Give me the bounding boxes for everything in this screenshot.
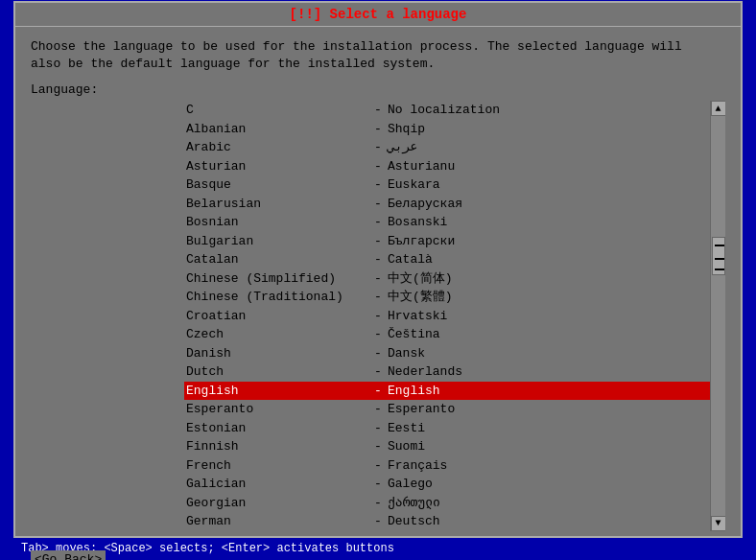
list-item[interactable]: Basque-Euskara — [184, 175, 710, 195]
lang-native: Български — [388, 232, 455, 251]
language-list[interactable]: C-No localizationAlbanian-ShqipArabic-عر… — [184, 101, 710, 531]
lang-name: French — [186, 456, 368, 476]
scroll-thumb[interactable] — [712, 237, 725, 275]
lang-name: Catalan — [186, 250, 368, 269]
lang-native: عربي — [388, 138, 417, 157]
list-item[interactable]: Bosnian-Bosanski — [184, 213, 710, 232]
lang-sep: - — [368, 157, 388, 176]
lang-name: Chinese (Traditional) — [186, 288, 368, 307]
lang-native: Čeština — [388, 325, 440, 344]
lang-native: Bosanski — [388, 213, 447, 232]
list-item[interactable]: Croatian-Hrvatski — [184, 307, 710, 326]
lang-native: ქართული — [388, 494, 440, 513]
lang-native: Nederlands — [388, 362, 462, 382]
list-item[interactable]: Czech-Čeština — [184, 325, 710, 344]
lang-name: Estonian — [186, 419, 368, 438]
lang-sep: - — [368, 101, 388, 120]
lang-native: Deutsch — [388, 512, 440, 531]
list-item[interactable]: Arabic-عربي — [184, 138, 710, 157]
lang-name: Asturian — [186, 157, 368, 176]
lang-name: Albanian — [186, 120, 368, 139]
list-item[interactable]: English-English — [184, 382, 710, 401]
list-item[interactable]: C-No localization — [184, 101, 710, 120]
lang-name: Chinese (Simplified) — [186, 269, 368, 289]
list-item[interactable]: Danish-Dansk — [184, 344, 710, 363]
list-item[interactable]: Finnish-Suomi — [184, 437, 710, 456]
list-item[interactable]: Catalan-Català — [184, 250, 710, 269]
lang-name: Arabic — [186, 138, 368, 157]
lang-sep: - — [368, 288, 388, 307]
list-scroll: C-No localizationAlbanian-ShqipArabic-عر… — [184, 101, 710, 531]
lang-name: Basque — [186, 175, 368, 195]
list-item[interactable]: Estonian-Eesti — [184, 419, 710, 438]
lang-name: Finnish — [186, 437, 368, 456]
scroll-track — [712, 117, 725, 515]
bottom-section: <Go Back> — [15, 543, 741, 560]
lang-sep: - — [368, 400, 388, 419]
lang-native: Esperanto — [388, 400, 455, 419]
lang-native: Shqip — [388, 120, 425, 139]
scroll-tick-1 — [715, 245, 724, 246]
lang-sep: - — [368, 512, 388, 531]
lang-native: No localization — [388, 101, 500, 120]
lang-name: German — [186, 512, 368, 531]
description-line2: also be the default language for the ins… — [31, 56, 725, 73]
scroll-up-arrow[interactable]: ▲ — [711, 101, 726, 116]
lang-sep: - — [368, 456, 388, 476]
lang-sep: - — [368, 138, 388, 157]
title-bar: [!!] Select a language — [15, 3, 741, 27]
go-back-button[interactable]: <Go Back> — [31, 550, 106, 560]
list-item[interactable]: Belarusian-Беларуская — [184, 195, 710, 214]
lang-native: Suomi — [388, 437, 425, 456]
lang-sep: - — [368, 120, 388, 139]
lang-native: Galego — [388, 475, 433, 494]
lang-sep: - — [368, 382, 388, 401]
lang-native: 中文(繁體) — [388, 288, 453, 307]
lang-name: Galician — [186, 475, 368, 494]
scroll-down-arrow[interactable]: ▼ — [711, 516, 726, 531]
lang-sep: - — [368, 437, 388, 456]
list-item[interactable]: Dutch-Nederlands — [184, 362, 710, 382]
scrollbar[interactable]: ▲ ▼ — [710, 101, 725, 531]
list-item[interactable]: Chinese (Traditional)-中文(繁體) — [184, 288, 710, 307]
lang-native: Français — [388, 456, 447, 476]
dialog: [!!] Select a language Choose the langua… — [13, 1, 743, 538]
list-item[interactable]: Georgian-ქართული — [184, 494, 710, 513]
lang-name: Dutch — [186, 362, 368, 382]
list-item[interactable]: Esperanto-Esperanto — [184, 400, 710, 419]
lang-name: Bulgarian — [186, 232, 368, 251]
lang-sep: - — [368, 269, 388, 289]
list-item[interactable]: Bulgarian-Български — [184, 232, 710, 251]
lang-native: Eesti — [388, 419, 425, 438]
lang-name: Esperanto — [186, 400, 368, 419]
scroll-tick-3 — [715, 268, 724, 270]
list-container: C-No localizationAlbanian-ShqipArabic-عر… — [184, 101, 725, 531]
list-item[interactable]: French-Français — [184, 456, 710, 476]
description: Choose the language to be used for the i… — [31, 38, 725, 73]
lang-name: Belarusian — [186, 195, 368, 214]
lang-sep: - — [368, 475, 388, 494]
lang-name: Czech — [186, 325, 368, 344]
lang-native: 中文(简体) — [388, 269, 453, 289]
list-item[interactable]: German-Deutsch — [184, 512, 710, 531]
lang-native: Català — [388, 250, 433, 269]
lang-name: English — [186, 382, 368, 401]
list-item[interactable]: Albanian-Shqip — [184, 120, 710, 139]
lang-native: Euskara — [388, 175, 440, 195]
lang-native: English — [388, 382, 440, 401]
lang-native: Hrvatski — [388, 307, 447, 326]
language-label: Language: — [31, 82, 725, 97]
list-item[interactable]: Asturian-Asturianu — [184, 157, 710, 176]
list-item[interactable]: Chinese (Simplified)-中文(简体) — [184, 269, 710, 289]
lang-sep: - — [368, 195, 388, 214]
content-area: Choose the language to be used for the i… — [15, 27, 741, 543]
description-line1: Choose the language to be used for the i… — [31, 38, 725, 56]
lang-sep: - — [368, 344, 388, 363]
lang-native: Dansk — [388, 344, 425, 363]
lang-sep: - — [368, 250, 388, 269]
lang-name: Georgian — [186, 494, 368, 513]
list-item[interactable]: Galician-Galego — [184, 475, 710, 494]
lang-sep: - — [368, 232, 388, 251]
lang-name: Danish — [186, 344, 368, 363]
lang-sep: - — [368, 213, 388, 232]
